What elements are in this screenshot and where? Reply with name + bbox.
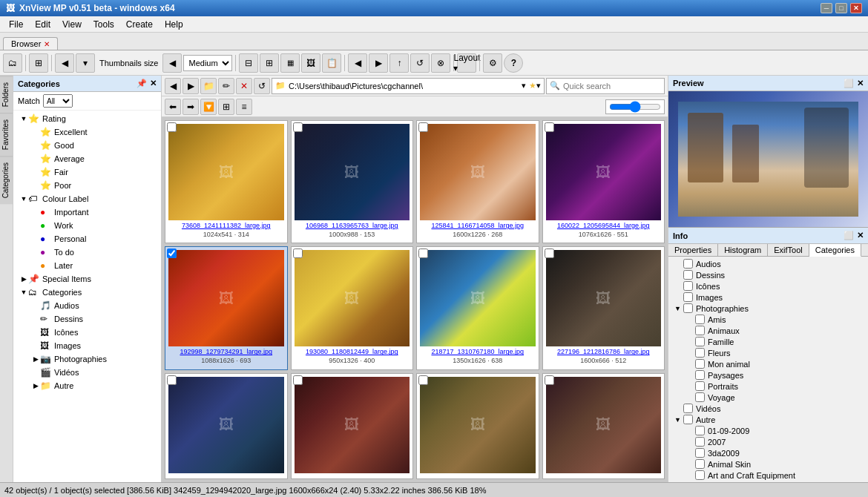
right-tree-item[interactable]: Animal Skin — [670, 458, 867, 470]
category-checkbox[interactable] — [695, 448, 705, 458]
image-checkbox[interactable] — [545, 249, 554, 258]
right-tree-item[interactable]: 01-09-2009 — [670, 425, 867, 436]
category-checkbox[interactable] — [695, 426, 705, 435]
minimize-button[interactable]: ─ — [821, 3, 832, 13]
nav-forward-button[interactable]: ▶ — [369, 53, 388, 73]
filter-btn[interactable]: 🔽 — [200, 99, 217, 115]
bookmark-icon[interactable]: ★ — [529, 81, 536, 90]
delete-btn[interactable]: ✕ — [236, 78, 252, 94]
refresh-btn2[interactable]: ↺ — [254, 78, 270, 94]
tab-properties[interactable]: Properties — [668, 244, 718, 256]
size-select[interactable]: Small Medium Large — [183, 55, 232, 71]
menu-edit[interactable]: Edit — [29, 18, 56, 31]
tab-close-button[interactable]: ✕ — [44, 40, 50, 48]
image-checkbox[interactable] — [418, 249, 428, 258]
image-checkbox[interactable] — [167, 375, 177, 385]
right-tree-item[interactable]: Dessins — [670, 269, 867, 280]
image-cell[interactable]: 🖼 160022_1205695844_large.jpg 1076x1626 … — [542, 120, 665, 243]
menu-tools[interactable]: Tools — [88, 18, 120, 31]
right-tree-item[interactable]: ▼ Autre — [670, 414, 867, 425]
right-tree-item[interactable]: Paysages — [670, 369, 867, 381]
bookmark-dropdown[interactable]: ▾ — [536, 81, 541, 90]
tree-item[interactable]: ⭐ Poor — [13, 179, 161, 192]
image-cell[interactable]: 🖼 125841_1166714058_large.jpg 1600x1226 … — [416, 120, 539, 243]
browse-button[interactable]: 🗂 — [3, 53, 22, 73]
nav-up-button[interactable]: ↑ — [389, 53, 409, 73]
tree-item[interactable]: 🖼 Icônes — [13, 326, 161, 339]
tree-item[interactable]: ⭐ Excellent — [13, 125, 161, 139]
tree-item[interactable]: ● Work — [13, 219, 161, 232]
right-tree-item[interactable]: Vidéos — [670, 403, 867, 414]
right-tree-item[interactable]: Portraits — [670, 381, 867, 392]
browser-tab[interactable]: Browser ✕ — [3, 37, 58, 50]
stop-button[interactable]: ⊗ — [431, 53, 450, 73]
left-panel-pin-icon[interactable]: 📌 — [137, 79, 147, 88]
dropdown-button[interactable]: ▾ — [76, 53, 95, 73]
category-checkbox[interactable] — [683, 281, 693, 291]
menu-view[interactable]: View — [56, 18, 88, 31]
tree-item[interactable]: ▼ ⭐ Rating — [13, 112, 161, 125]
right-tree-item[interactable]: 3da2009 — [670, 447, 867, 458]
tab-exiftool[interactable]: ExifTool — [768, 244, 809, 256]
addr-dropdown[interactable]: ▾ — [522, 81, 526, 90]
view-btn5[interactable]: 📋 — [322, 53, 341, 73]
category-checkbox[interactable] — [695, 359, 705, 369]
tree-item[interactable]: ✏ Dessins — [13, 312, 161, 326]
image-checkbox[interactable] — [545, 122, 554, 132]
view-btn2[interactable]: ⊞ — [260, 53, 279, 73]
right-tree-item[interactable]: Images — [670, 292, 867, 303]
menu-file[interactable]: File — [3, 18, 29, 31]
right-tree-item[interactable]: Animaux — [670, 325, 867, 336]
right-tree-item[interactable]: Amis — [670, 314, 867, 325]
tab-categories[interactable]: Categories — [809, 244, 861, 257]
image-cell[interactable]: 🖼 73608_1241111382_large.jpg 1024x541 · … — [165, 120, 288, 243]
menu-help[interactable]: Help — [159, 18, 189, 31]
nav-fwd-btn2[interactable]: ▶ — [183, 78, 199, 94]
category-checkbox[interactable] — [695, 326, 705, 335]
view-btn3[interactable]: ▦ — [280, 53, 300, 73]
image-cell[interactable]: 🖼 218717_1310767180_large.jpg 1350x1626 … — [416, 246, 539, 369]
tree-item[interactable]: ● Later — [13, 259, 161, 272]
categories-side-tab[interactable]: Categories — [0, 156, 13, 204]
right-tree-item[interactable]: Famille — [670, 336, 867, 347]
preview-close-icon[interactable]: ✕ — [857, 79, 864, 88]
image-cell[interactable]: 🖼 193080_1180812449_large.jpg 950x1326 ·… — [291, 246, 414, 369]
category-checkbox[interactable] — [695, 437, 705, 447]
address-bar[interactable]: 📁 ▾ ★ ▾ — [272, 78, 545, 94]
refresh-button[interactable]: ↺ — [410, 53, 430, 73]
image-checkbox[interactable] — [418, 375, 428, 385]
tree-item[interactable]: ⭐ Fair — [13, 165, 161, 179]
tree-item[interactable]: 🎵 Audios — [13, 299, 161, 312]
image-cell[interactable]: 🖼 — [416, 373, 539, 479]
back-button[interactable]: ◀ — [55, 53, 74, 73]
preview-expand-icon[interactable]: ⬜ — [844, 79, 854, 88]
size-down-button[interactable]: ◀ — [162, 53, 182, 73]
tree-item[interactable]: ● Important — [13, 205, 161, 219]
tree-item[interactable]: ● Personal — [13, 232, 161, 246]
address-input[interactable] — [289, 82, 522, 90]
copy-btn[interactable]: ⬅ — [165, 99, 181, 115]
menu-create[interactable]: Create — [120, 18, 159, 31]
search-box[interactable]: 🔍 — [546, 78, 665, 94]
image-checkbox[interactable] — [293, 375, 303, 385]
category-checkbox[interactable] — [695, 470, 705, 480]
image-cell[interactable]: 🖼 — [542, 373, 665, 479]
category-checkbox[interactable] — [683, 404, 693, 413]
settings-button[interactable]: ⚙ — [483, 53, 502, 73]
help-button[interactable]: ? — [504, 53, 523, 73]
layout-dropdown[interactable]: Layout ▾ — [457, 53, 476, 73]
category-checkbox[interactable] — [695, 392, 705, 402]
grid-view-button[interactable]: ⊞ — [29, 53, 48, 73]
edit-path-btn[interactable]: ✏ — [218, 78, 234, 94]
category-checkbox[interactable] — [695, 315, 705, 324]
zoom-slider[interactable] — [609, 101, 661, 113]
right-tree-item[interactable]: ▼ Photographies — [670, 303, 867, 314]
match-select[interactable]: All Any — [43, 94, 73, 108]
tree-item[interactable]: ▶ 📁 Autre — [13, 379, 161, 392]
right-tree-item[interactable]: Voyage — [670, 392, 867, 403]
image-checkbox[interactable] — [167, 122, 177, 132]
right-tree-item[interactable]: Audios — [670, 258, 867, 269]
image-cell[interactable]: 🖼 — [165, 373, 288, 479]
tree-item[interactable]: ▼ 🏷 Colour Label — [13, 192, 161, 205]
tree-item[interactable]: ▼ 🗂 Categories — [13, 286, 161, 299]
